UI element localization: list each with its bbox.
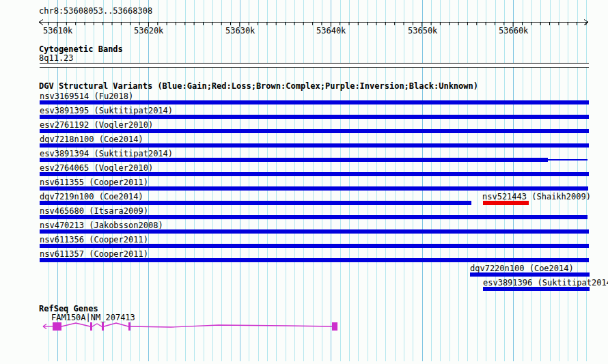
minor-gridline bbox=[531, 0, 532, 361]
variant-label[interactable]: nsv470213 (Jakobsson2008) bbox=[40, 221, 163, 229]
major-gridline bbox=[331, 0, 331, 361]
major-gridline bbox=[148, 0, 149, 361]
genes-section-title: RefSeq Genes bbox=[39, 305, 98, 313]
variant-bar-gain[interactable] bbox=[40, 100, 589, 104]
minor-gridline bbox=[586, 0, 587, 361]
minor-gridline bbox=[340, 0, 341, 361]
minor-gridline bbox=[158, 0, 158, 361]
minor-gridline bbox=[385, 0, 386, 361]
variant-bar-gain[interactable] bbox=[40, 244, 589, 248]
minor-gridline bbox=[568, 0, 568, 361]
variant-bar-gain[interactable] bbox=[40, 143, 589, 148]
minor-gridline bbox=[413, 0, 413, 361]
variant-bar-gain[interactable] bbox=[40, 172, 589, 176]
variant-bar-gain[interactable] bbox=[470, 272, 590, 277]
variant-bar-gain[interactable] bbox=[40, 215, 588, 219]
ruler-tick-label: 53630k bbox=[225, 27, 255, 35]
minor-gridline bbox=[322, 0, 322, 361]
minor-gridline bbox=[303, 0, 304, 361]
minor-gridline bbox=[467, 0, 468, 361]
minor-gridline bbox=[286, 0, 286, 361]
cytoband-label: 8q11.23 bbox=[39, 54, 74, 62]
minor-gridline bbox=[440, 0, 441, 361]
cytobands-section-title: Cytogenetic Bands bbox=[39, 45, 123, 53]
minor-gridline bbox=[267, 0, 268, 361]
major-gridline bbox=[513, 0, 514, 361]
minor-gridline bbox=[212, 0, 213, 361]
minor-gridline bbox=[504, 0, 505, 361]
ruler-tick-label: 53660k bbox=[499, 27, 528, 35]
minor-gridline bbox=[523, 0, 523, 361]
variant-bar-gain[interactable] bbox=[40, 129, 589, 133]
minor-gridline bbox=[276, 0, 277, 361]
minor-gridline bbox=[540, 0, 541, 361]
ruler-tick-label: 53640k bbox=[316, 27, 346, 35]
variant-bar-gain[interactable] bbox=[40, 201, 471, 205]
variant-bar-gain[interactable] bbox=[40, 258, 589, 262]
variant-bar-gain[interactable] bbox=[40, 186, 588, 191]
cytoband-box[interactable] bbox=[40, 63, 589, 68]
ruler-tick-label: 53610k bbox=[43, 27, 72, 35]
variant-label[interactable]: esv2764065 (Vogler2010) bbox=[40, 164, 153, 172]
minor-gridline bbox=[258, 0, 259, 361]
variant-bar-gain[interactable] bbox=[40, 229, 589, 234]
minor-gridline bbox=[376, 0, 377, 361]
minor-gridline bbox=[176, 0, 176, 361]
minor-gridline bbox=[559, 0, 559, 361]
variant-label[interactable]: dgv7220n100 (Coe2014) bbox=[470, 264, 574, 272]
minor-gridline bbox=[431, 0, 432, 361]
variant-label[interactable]: nsv3169514 (Fu2018) bbox=[40, 92, 133, 100]
variant-label[interactable]: nsv465680 (Itsara2009) bbox=[40, 207, 148, 215]
minor-gridline bbox=[221, 0, 222, 361]
minor-gridline bbox=[185, 0, 186, 361]
variant-label[interactable]: esv3891396 (Suktitipat2014) bbox=[483, 279, 608, 287]
minor-gridline bbox=[358, 0, 359, 361]
minor-gridline bbox=[294, 0, 295, 361]
major-gridline bbox=[422, 0, 423, 361]
minor-gridline bbox=[477, 0, 478, 361]
major-gridline bbox=[240, 0, 240, 361]
minor-gridline bbox=[204, 0, 204, 361]
minor-gridline bbox=[167, 0, 167, 361]
variant-bar-gain[interactable] bbox=[40, 115, 589, 119]
minor-gridline bbox=[550, 0, 551, 361]
variant-bar-gain[interactable] bbox=[483, 287, 590, 291]
variant-label[interactable]: esv3891395 (Suktitipat2014) bbox=[40, 107, 173, 115]
minor-gridline bbox=[486, 0, 486, 361]
variants-section-title: DGV Structural Variants (Blue:Gain;Red:L… bbox=[39, 82, 478, 90]
variant-label[interactable]: dgv7218n100 (Coe2014) bbox=[40, 135, 143, 143]
ruler-tick-label: 53650k bbox=[408, 27, 437, 35]
minor-gridline bbox=[395, 0, 396, 361]
region-title: chr8:53608053..53668308 bbox=[39, 7, 152, 15]
variant-bar-loss[interactable] bbox=[483, 201, 529, 205]
variant-label[interactable]: nsv611355 (Cooper2011) bbox=[40, 178, 148, 186]
minor-gridline bbox=[495, 0, 496, 361]
variant-label[interactable]: nsv611357 (Cooper2011) bbox=[40, 250, 148, 258]
gene-label[interactable]: FAM150A|NM_207413 bbox=[51, 313, 135, 322]
variant-label[interactable]: nsv521443 (Shaikh2009) bbox=[482, 193, 591, 201]
genome-browser-canvas: chr8:53608053..53668308 53610k53620k5363… bbox=[0, 0, 608, 364]
minor-gridline bbox=[577, 0, 578, 361]
minor-gridline bbox=[458, 0, 459, 361]
minor-gridline bbox=[404, 0, 404, 361]
minor-gridline bbox=[249, 0, 249, 361]
variant-label[interactable]: esv2761192 (Vogler2010) bbox=[40, 121, 153, 129]
variant-label[interactable]: nsv611356 (Cooper2011) bbox=[40, 236, 148, 244]
minor-gridline bbox=[349, 0, 350, 361]
minor-gridline bbox=[231, 0, 232, 361]
minor-gridline bbox=[194, 0, 195, 361]
variant-label[interactable]: esv3891394 (Suktitipat2014) bbox=[40, 150, 173, 158]
variant-label[interactable]: dgv7219n100 (Coe2014) bbox=[40, 193, 143, 201]
minor-gridline bbox=[450, 0, 450, 361]
ruler-tick-label: 53620k bbox=[134, 27, 163, 35]
minor-gridline bbox=[313, 0, 314, 361]
variant-bar-tail[interactable] bbox=[548, 159, 588, 160]
minor-gridline bbox=[368, 0, 368, 361]
variant-bar-gain[interactable] bbox=[40, 158, 548, 162]
